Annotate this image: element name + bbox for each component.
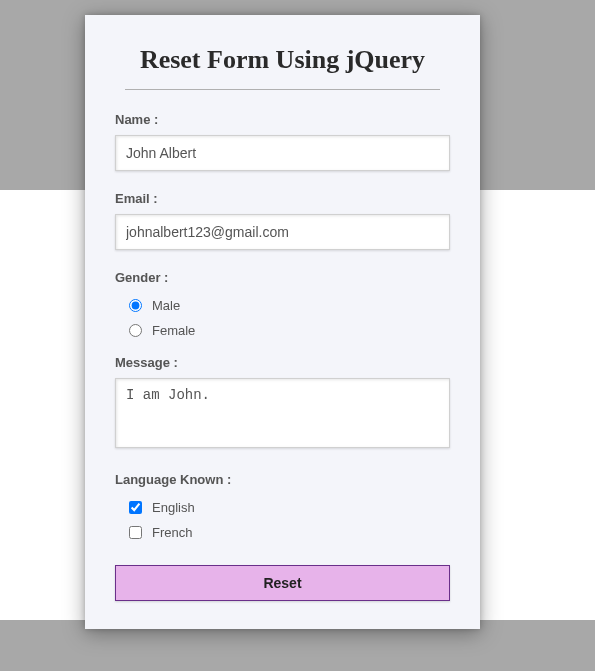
gender-option-female[interactable]: Female: [115, 318, 450, 343]
gender-label: Gender :: [115, 270, 450, 285]
gender-option-label-female: Female: [152, 323, 195, 338]
gender-option-male[interactable]: Male: [115, 293, 450, 318]
reset-button[interactable]: Reset: [115, 565, 450, 601]
form-card: Reset Form Using jQuery Name : Email : G…: [85, 15, 480, 629]
gender-radio-female[interactable]: [129, 324, 142, 337]
language-checkbox-english[interactable]: [129, 501, 142, 514]
name-field-group: Name :: [115, 112, 450, 171]
message-textarea[interactable]: [115, 378, 450, 448]
message-label: Message :: [115, 355, 450, 370]
form-title: Reset Form Using jQuery: [115, 45, 450, 75]
language-option-label-french: French: [152, 525, 192, 540]
email-field-group: Email :: [115, 191, 450, 250]
language-option-french[interactable]: French: [115, 520, 450, 545]
email-label: Email :: [115, 191, 450, 206]
language-option-english[interactable]: English: [115, 495, 450, 520]
name-input[interactable]: [115, 135, 450, 171]
gender-radio-male[interactable]: [129, 299, 142, 312]
language-field-group: Language Known : English French: [115, 472, 450, 545]
gender-option-label-male: Male: [152, 298, 180, 313]
language-label: Language Known :: [115, 472, 450, 487]
email-input[interactable]: [115, 214, 450, 250]
language-checkbox-french[interactable]: [129, 526, 142, 539]
message-field-group: Message :: [115, 355, 450, 452]
language-option-label-english: English: [152, 500, 195, 515]
gender-field-group: Gender : Male Female: [115, 270, 450, 343]
name-label: Name :: [115, 112, 450, 127]
title-divider: [125, 89, 440, 90]
